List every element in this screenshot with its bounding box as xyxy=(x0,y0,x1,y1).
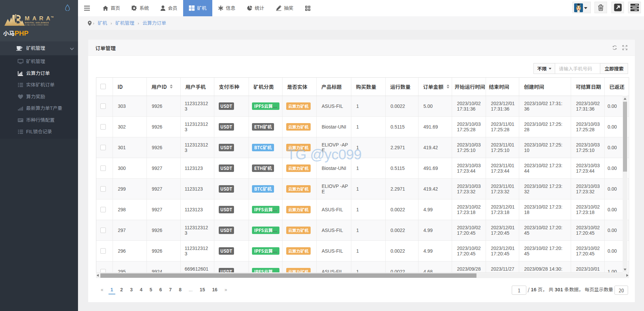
svg-text:GLOBAL DIGITAL CURRENCY MINING: GLOBAL DIGITAL CURRENCY MINING xyxy=(25,24,48,26)
svg-text:MARA: MARA xyxy=(25,15,53,22)
svg-text:DIGITAL HOLDINGS: DIGITAL HOLDINGS xyxy=(25,21,49,24)
svg-text:TM: TM xyxy=(51,16,54,18)
